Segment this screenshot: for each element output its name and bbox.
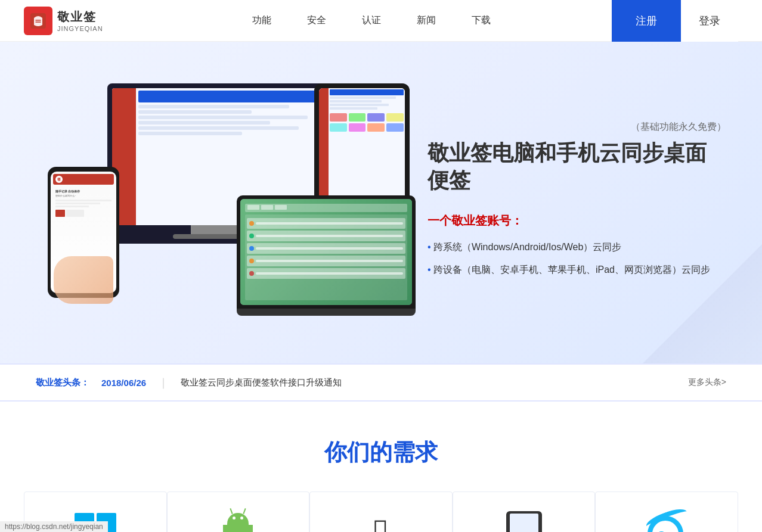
- header: 敬业签 JINGYEQIAN 功能 安全 认证 新闻 下载 注册 登录: [0, 0, 762, 42]
- ticker-divider: ｜: [158, 375, 169, 390]
- login-button[interactable]: 登录: [681, 0, 738, 42]
- ticker-date: 2018/06/26: [101, 378, 146, 388]
- nav-item-security[interactable]: 安全: [307, 14, 326, 27]
- platform-grid: Windows: [24, 491, 738, 532]
- hero-devices: 签 随手记录 自动保存 想到什么就写什么~: [36, 71, 416, 334]
- register-button[interactable]: 注册: [612, 0, 681, 42]
- device-phone: 签 随手记录 自动保存 想到什么就写什么~: [48, 167, 119, 298]
- logo-area[interactable]: 敬业签 JINGYEQIAN: [24, 7, 131, 35]
- status-url-bar: https://blog.csdn.net/jingyeqian: [0, 521, 108, 532]
- device-tablet: [314, 83, 410, 209]
- main-nav: 功能 安全 认证 新闻 下载: [131, 14, 612, 27]
- device-laptop: [237, 195, 416, 316]
- logo-sub-text: JINGYEQIAN: [57, 25, 103, 32]
- hero-content: （基础功能永久免费） 敬业签电脑和手机云同步桌面便签 一个敬业签账号： 跨系统（…: [416, 121, 726, 285]
- ticker-label: 敬业签头条：: [36, 377, 89, 388]
- nav-item-download[interactable]: 下载: [472, 14, 491, 27]
- header-buttons: 注册 登录: [612, 0, 738, 42]
- needs-section: 你们的需求 Windows: [0, 402, 762, 532]
- device-area: 签 随手记录 自动保存 想到什么就写什么~: [36, 71, 416, 334]
- ie-icon: e: [645, 512, 688, 532]
- ticker-text: 敬业签云同步桌面便签软件接口升级通知: [181, 377, 676, 388]
- news-ticker: 敬业签头条： 2018/06/26 ｜ 敬业签云同步桌面便签软件接口升级通知 更…: [0, 363, 762, 402]
- nav-item-news[interactable]: 新闻: [417, 14, 436, 27]
- hero-feature-1: 跨系统（Windows/Android/Ios/Web）云同步: [428, 239, 726, 255]
- hand-decoration: [54, 256, 113, 304]
- logo-main-text: 敬业签: [57, 9, 103, 25]
- hero-feature-2: 跨设备（电脑、安卓手机、苹果手机、iPad、网页浏览器）云同步: [428, 262, 726, 278]
- logo-icon: [24, 7, 52, 35]
- needs-title: 你们的需求: [24, 437, 738, 468]
- hero-title: 敬业签电脑和手机云同步桌面便签: [428, 139, 726, 195]
- ie-icon-area: e: [643, 510, 690, 532]
- ipad-icon: [506, 511, 542, 532]
- platform-card-ipad[interactable]: IPad: [453, 491, 596, 532]
- logo-text: 敬业签 JINGYEQIAN: [57, 9, 103, 32]
- apple-icon-area: : [357, 510, 405, 532]
- ticker-more[interactable]: 更多头条>: [688, 377, 726, 388]
- nav-item-auth[interactable]: 认证: [362, 14, 381, 27]
- platform-card-iphone[interactable]:  IPhone: [309, 491, 453, 532]
- hero-subtitle: （基础功能永久免费）: [428, 121, 726, 133]
- nav-item-features[interactable]: 功能: [252, 14, 271, 27]
- hero-section: 签 随手记录 自动保存 想到什么就写什么~: [0, 42, 762, 363]
- platform-card-android[interactable]: Android: [167, 491, 310, 532]
- android-icon: [220, 513, 256, 532]
- apple-icon: : [373, 513, 389, 532]
- hero-account: 一个敬业签账号：: [428, 213, 726, 229]
- android-icon-area: [214, 510, 262, 532]
- ipad-icon-area: [500, 510, 548, 532]
- platform-card-web[interactable]: e 网页版: [595, 491, 738, 532]
